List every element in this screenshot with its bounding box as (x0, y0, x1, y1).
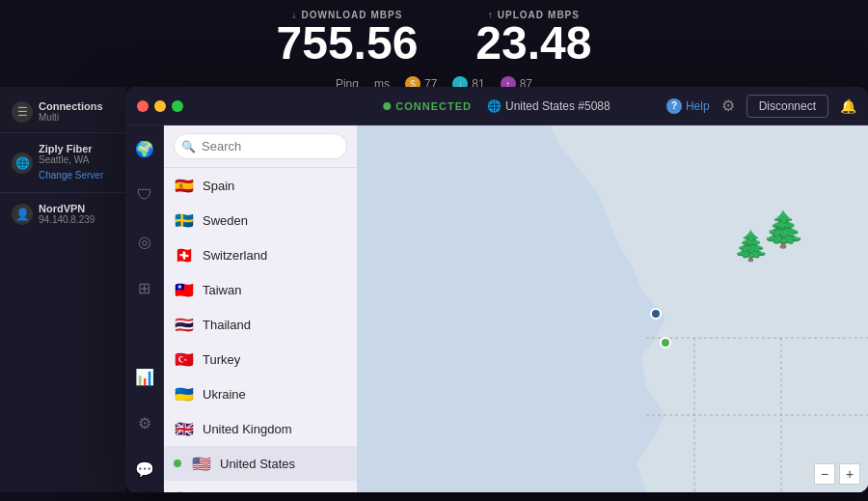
vpn-ip: 94.140.8.239 (39, 214, 95, 225)
server-item[interactable]: 🇬🇧United Kingdom (164, 411, 357, 446)
download-block: ↓ DOWNLOAD Mbps 755.56 (277, 10, 419, 67)
country-flag: 🇨🇭 (174, 244, 195, 265)
server-name-display: 🌐 United States #5088 (487, 99, 610, 113)
search-wrapper: 🔍 (174, 133, 347, 159)
country-name: United States (220, 457, 295, 471)
connections-icon: ☰ (12, 101, 33, 123)
bell-icon[interactable]: 🔔 (840, 98, 856, 114)
disconnect-button[interactable]: Disconnect (746, 95, 828, 118)
server-item[interactable]: 🇹🇷Turkey (164, 342, 357, 376)
isp-sub: Seattle, WA (39, 154, 103, 165)
search-box: 🔍 (164, 125, 357, 168)
country-name: Vietnam (203, 491, 248, 493)
country-name: Taiwan (203, 283, 241, 297)
server-list: 🇪🇸Spain🇸🇪Sweden🇨🇭Switzerland🇹🇼Taiwan🇹🇭Th… (164, 168, 357, 492)
minimize-button[interactable] (154, 100, 166, 112)
isp-info: Ziply Fiber Seattle, WA Change Server (39, 143, 103, 182)
nav-help-icon[interactable]: 💬 (131, 456, 158, 483)
country-name: Sweden (203, 213, 248, 228)
download-value: 755.56 (277, 20, 419, 67)
country-flag: 🇺🇸 (191, 453, 212, 474)
help-button[interactable]: ? Help (666, 98, 710, 114)
server-item[interactable]: 🇹🇭Thailand (164, 307, 357, 342)
help-text: Help (686, 99, 710, 113)
help-icon: ? (666, 98, 682, 114)
country-name: Spain (203, 179, 234, 193)
active-indicator (174, 459, 181, 467)
server-item[interactable]: 🇹🇼Taiwan (164, 272, 357, 307)
country-name: Switzerland (203, 248, 267, 263)
country-name: Ukraine (203, 387, 246, 402)
close-button[interactable] (137, 100, 149, 112)
user-icon: 👤 (12, 204, 33, 225)
zoom-out-button[interactable]: − (814, 463, 835, 485)
change-server-link[interactable]: Change Server (39, 170, 103, 181)
nav-target-icon[interactable]: ◎ (131, 228, 158, 255)
main-content: 🌍 🛡 ◎ ⊞ 📊 ⚙ 💬 🔍 🇪🇸Spain🇸🇪Sweden🇨🇭Switzer… (125, 125, 868, 492)
traffic-lights (137, 100, 183, 112)
connections-info: Connections Multi (39, 100, 103, 123)
country-name: Thailand (203, 318, 251, 332)
connected-badge: CONNECTED (383, 100, 472, 112)
country-flag: 🇹🇷 (174, 348, 195, 370)
server-item[interactable]: 🇨🇭Switzerland (164, 237, 357, 272)
country-flag: 🇹🇼 (174, 279, 195, 300)
map-area: 🌲 🌲 − + (357, 125, 868, 492)
search-input[interactable] (174, 133, 347, 159)
server-item[interactable]: 🇺🇦Ukraine (164, 376, 357, 411)
country-name: Turkey (203, 352, 240, 367)
user-sidebar: ☰ Connections Multi 🌐 Ziply Fiber Seattl… (0, 87, 125, 492)
zoom-in-button[interactable]: + (839, 463, 860, 485)
map-svg: 🌲 🌲 (357, 125, 868, 492)
map-pin-green (661, 338, 670, 348)
country-flag: 🇬🇧 (174, 418, 195, 439)
title-bar-center: CONNECTED 🌐 United States #5088 (383, 99, 610, 113)
connections-sub: Multi (39, 112, 103, 123)
country-flag: 🇺🇦 (174, 383, 195, 404)
upload-block: ↑ UPLOAD Mbps 23.48 (475, 10, 591, 67)
vpn-item[interactable]: 👤 NordVPN 94.140.8.239 (0, 197, 125, 231)
nav-shield-icon[interactable]: 🛡 (131, 181, 158, 209)
connections-label: Connections (39, 100, 103, 112)
server-name-text: United States #5088 (505, 99, 610, 113)
country-name: United Kingdom (203, 422, 292, 436)
connections-item[interactable]: ☰ Connections Multi (0, 95, 125, 128)
server-panel: 🔍 🇪🇸Spain🇸🇪Sweden🇨🇭Switzerland🇹🇼Taiwan🇹🇭… (164, 125, 357, 492)
country-flag: 🇸🇪 (174, 209, 195, 231)
country-flag: 🇻🇳 (174, 487, 195, 492)
server-item[interactable]: 🇺🇸United States (164, 446, 357, 481)
upload-value: 23.48 (475, 20, 591, 67)
server-item[interactable]: 🇻🇳Vietnam (164, 481, 357, 492)
title-bar: CONNECTED 🌐 United States #5088 ? Help ⚙… (125, 87, 868, 125)
isp-label: Ziply Fiber (39, 143, 103, 154)
search-magnifier-icon: 🔍 (181, 140, 196, 153)
tree-icon-2: 🌲 (762, 209, 805, 250)
map-controls: − + (814, 463, 860, 485)
vpn-info: NordVPN 94.140.8.239 (39, 203, 95, 225)
maximize-button[interactable] (172, 100, 183, 112)
server-item[interactable]: 🇪🇸Spain (164, 168, 357, 203)
server-item[interactable]: 🇸🇪Sweden (164, 203, 357, 237)
vpn-window: CONNECTED 🌐 United States #5088 ? Help ⚙… (125, 87, 868, 492)
nav-world-icon[interactable]: 🌍 (131, 135, 158, 162)
globe-icon: 🌐 (12, 153, 33, 174)
country-flag: 🇪🇸 (174, 175, 195, 196)
country-flag: 🇹🇭 (174, 314, 195, 335)
globe-icon-small: 🌐 (487, 99, 502, 113)
title-bar-right: ? Help ⚙ Disconnect 🔔 (666, 95, 856, 118)
connected-text: CONNECTED (395, 100, 472, 112)
nav-chart-icon[interactable]: 📊 (131, 363, 158, 390)
isp-item[interactable]: 🌐 Ziply Fiber Seattle, WA Change Server (0, 137, 125, 188)
connected-dot (383, 102, 391, 110)
nav-layers-icon[interactable]: ⊞ (131, 274, 158, 301)
nav-gear-icon[interactable]: ⚙ (131, 409, 158, 436)
settings-icon[interactable]: ⚙ (721, 97, 735, 115)
vpn-label: NordVPN (39, 203, 95, 214)
speed-row: ↓ DOWNLOAD Mbps 755.56 ↑ UPLOAD Mbps 23.… (277, 10, 592, 67)
icon-nav: 🌍 🛡 ◎ ⊞ 📊 ⚙ 💬 (125, 125, 164, 492)
map-pin-blue (651, 309, 661, 319)
